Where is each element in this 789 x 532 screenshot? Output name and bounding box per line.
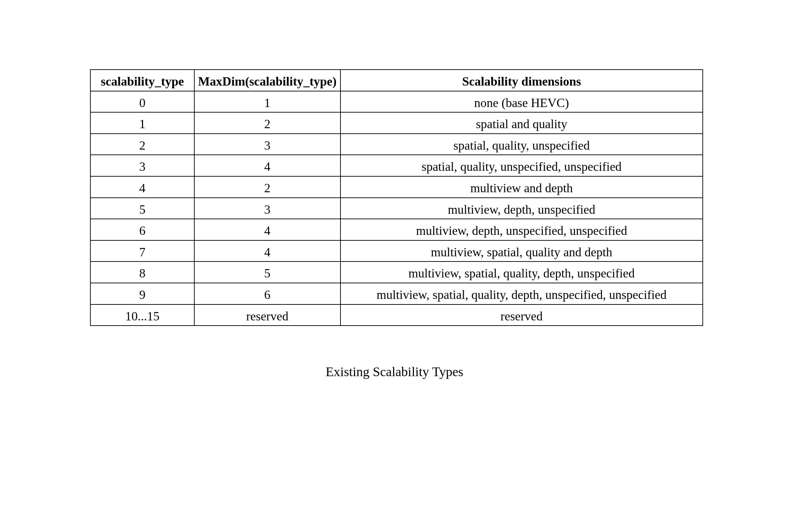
header-scalability-type: scalability_type [90, 70, 194, 91]
cell-dimensions: multiview, depth, unspecified [340, 198, 703, 219]
cell-scalability-type: 0 [90, 91, 194, 113]
cell-maxdim: 5 [194, 261, 340, 283]
cell-scalability-type: 6 [90, 219, 194, 240]
table-row: 10...15 reserved reserved [90, 304, 703, 326]
cell-scalability-type: 3 [90, 155, 194, 176]
cell-dimensions: spatial and quality [340, 112, 703, 134]
table-row: 2 3 spatial, quality, unspecified [90, 134, 703, 155]
table-row: 5 3 multiview, depth, unspecified [90, 198, 703, 219]
cell-scalability-type: 9 [90, 283, 194, 304]
table-row: 1 2 spatial and quality [90, 112, 703, 134]
cell-dimensions: multiview, depth, unspecified, unspecifi… [340, 219, 703, 240]
cell-maxdim: 4 [194, 219, 340, 240]
cell-dimensions: multiview and depth [340, 176, 703, 198]
cell-dimensions: none (base HEVC) [340, 91, 703, 113]
table-row: 3 4 spatial, quality, unspecified, unspe… [90, 155, 703, 176]
header-maxdim: MaxDim(scalability_type) [194, 70, 340, 91]
table-header-row: scalability_type MaxDim(scalability_type… [90, 70, 703, 91]
cell-dimensions: multiview, spatial, quality, depth, unsp… [340, 261, 703, 283]
header-scalability-dimensions: Scalability dimensions [340, 70, 703, 91]
scalability-types-table: scalability_type MaxDim(scalability_type… [90, 69, 703, 326]
cell-scalability-type: 4 [90, 176, 194, 198]
table-row: 7 4 multiview, spatial, quality and dept… [90, 240, 703, 262]
cell-maxdim: 2 [194, 176, 340, 198]
table-row: 8 5 multiview, spatial, quality, depth, … [90, 261, 703, 283]
cell-dimensions: spatial, quality, unspecified, unspecifi… [340, 155, 703, 176]
cell-maxdim: 4 [194, 240, 340, 262]
cell-maxdim: 4 [194, 155, 340, 176]
table-row: 4 2 multiview and depth [90, 176, 703, 198]
cell-scalability-type: 5 [90, 198, 194, 219]
cell-maxdim: 3 [194, 198, 340, 219]
cell-scalability-type: 7 [90, 240, 194, 262]
cell-dimensions: multiview, spatial, quality and depth [340, 240, 703, 262]
cell-dimensions: multiview, spatial, quality, depth, unsp… [340, 283, 703, 304]
cell-scalability-type: 2 [90, 134, 194, 155]
table-row: 6 4 multiview, depth, unspecified, unspe… [90, 219, 703, 240]
table-caption: Existing Scalability Types [90, 364, 699, 379]
cell-scalability-type: 8 [90, 261, 194, 283]
cell-maxdim: 3 [194, 134, 340, 155]
cell-maxdim: reserved [194, 304, 340, 326]
table-row: 0 1 none (base HEVC) [90, 91, 703, 113]
cell-maxdim: 1 [194, 91, 340, 113]
document-page: scalability_type MaxDim(scalability_type… [0, 0, 789, 379]
table-row: 9 6 multiview, spatial, quality, depth, … [90, 283, 703, 304]
cell-dimensions: spatial, quality, unspecified [340, 134, 703, 155]
cell-scalability-type: 1 [90, 112, 194, 134]
cell-scalability-type: 10...15 [90, 304, 194, 326]
cell-maxdim: 6 [194, 283, 340, 304]
cell-maxdim: 2 [194, 112, 340, 134]
cell-dimensions: reserved [340, 304, 703, 326]
